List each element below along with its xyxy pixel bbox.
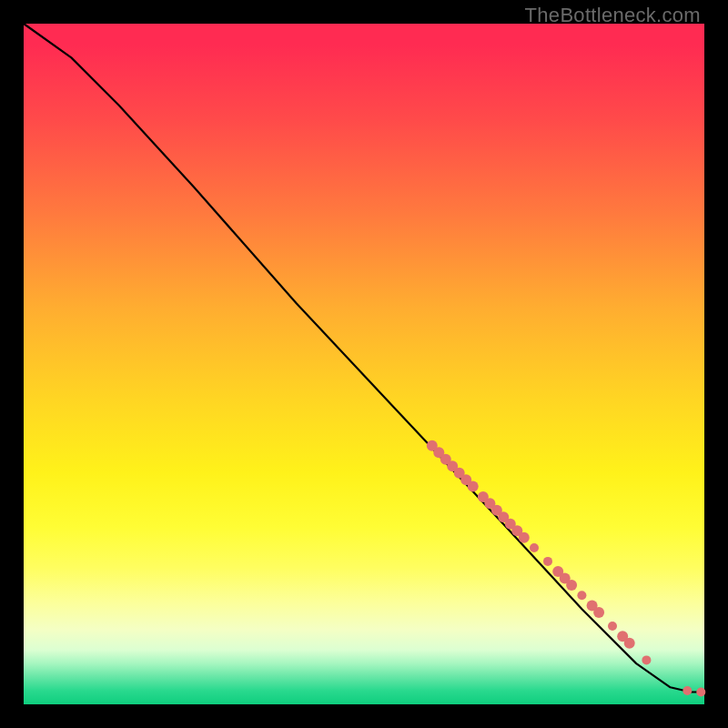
data-marker [682, 686, 692, 695]
data-marker [642, 655, 651, 664]
data-marker [566, 580, 577, 591]
data-marker [468, 481, 479, 492]
data-marker [624, 638, 635, 649]
marker-group [427, 440, 706, 697]
chart-frame: TheBottleneck.com [0, 0, 728, 728]
data-marker [696, 688, 705, 697]
curve-line [24, 24, 704, 693]
chart-overlay [24, 24, 704, 704]
data-marker [593, 607, 604, 618]
data-marker [530, 543, 539, 552]
data-marker [519, 532, 530, 543]
data-marker [608, 622, 617, 631]
data-marker [543, 557, 552, 566]
data-marker [577, 591, 586, 600]
